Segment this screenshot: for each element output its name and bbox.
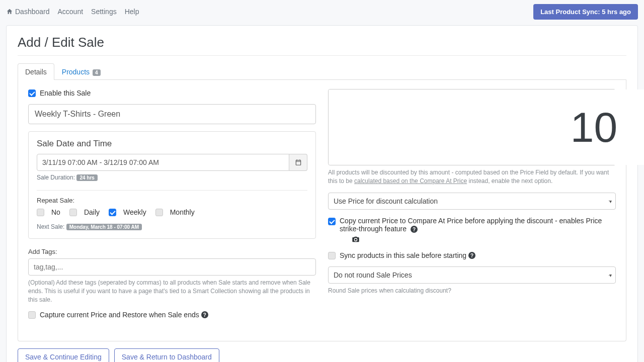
repeat-label: Repeat Sale:: [37, 197, 307, 204]
sync-products-checkbox[interactable]: [328, 252, 336, 259]
discount-hint: All products will be discounted by this …: [328, 168, 616, 186]
sale-name-input[interactable]: [28, 104, 316, 124]
discount-box: %: [328, 89, 616, 165]
tab-products[interactable]: Products 4: [54, 63, 108, 80]
main-panel: Add / Edit Sale Details Products 4 Enabl…: [6, 25, 638, 362]
nav-help[interactable]: Help: [125, 8, 139, 16]
top-nav: Dashboard Account Settings Help Last Pro…: [0, 0, 644, 21]
calendar-icon: [295, 159, 302, 166]
save-return-button[interactable]: Save & Return to Dashboard: [114, 348, 219, 362]
capture-price-label: Capture current Price and Restore when S…: [40, 311, 199, 319]
camera-icon: [352, 236, 360, 243]
compare-at-link[interactable]: calculated based on the Compare At Price: [354, 177, 467, 185]
action-row: Save & Continue Editing Save & Return to…: [18, 348, 626, 362]
help-icon[interactable]: ?: [411, 226, 418, 233]
tab-details[interactable]: Details: [18, 63, 54, 80]
left-column: Enable this Sale Sale Date and Time Sale…: [28, 89, 316, 326]
duration-badge: 24 hrs: [76, 174, 97, 181]
repeat-no[interactable]: [37, 209, 44, 216]
rounding-select[interactable]: Do not round Sale Prices: [328, 266, 616, 284]
repeat-monthly[interactable]: [155, 209, 163, 216]
nav-dashboard[interactable]: Dashboard: [6, 8, 50, 16]
repeat-daily[interactable]: [69, 209, 77, 216]
date-box-title: Sale Date and Time: [37, 139, 307, 149]
tags-input[interactable]: [28, 258, 316, 276]
next-sale-badge: Monday, March 18 - 07:00 AM: [66, 224, 142, 230]
enable-sale-checkbox[interactable]: [28, 89, 36, 97]
repeat-options: No Daily Weekly Monthly: [37, 208, 307, 216]
price-basis-select[interactable]: Use Price for discount calculation: [328, 193, 616, 210]
copy-price-checkbox[interactable]: [328, 218, 336, 225]
discount-input[interactable]: [329, 89, 644, 165]
capture-price-checkbox[interactable]: [28, 311, 36, 319]
tabs: Details Products 4: [18, 63, 626, 80]
duration-label: Sale Duration:: [37, 174, 75, 181]
nav-settings[interactable]: Settings: [91, 8, 117, 16]
tags-label: Add Tags:: [28, 248, 316, 255]
rounding-hint: Round Sale prices when calculating disco…: [328, 287, 616, 295]
date-time-box: Sale Date and Time Sale Duration: 24 hrs…: [28, 131, 316, 239]
calendar-button[interactable]: [289, 154, 307, 171]
enable-sale-label: Enable this Sale: [40, 89, 91, 97]
home-icon: [6, 8, 13, 15]
right-column: % All products will be discounted by thi…: [328, 89, 616, 326]
repeat-weekly[interactable]: [109, 209, 116, 216]
date-range-input[interactable]: [37, 154, 289, 171]
save-continue-button[interactable]: Save & Continue Editing: [18, 348, 109, 362]
copy-price-label: Copy current Price to Compare At Price b…: [340, 217, 602, 233]
help-icon[interactable]: ?: [201, 311, 208, 318]
tab-body: Enable this Sale Sale Date and Time Sale…: [18, 80, 626, 341]
tags-hint: (Optional) Add these tags (seperated by …: [28, 279, 316, 304]
page-title: Add / Edit Sale: [18, 35, 626, 50]
sync-products-label: Sync products in this sale before starti…: [340, 251, 466, 259]
tab-products-label: Products: [62, 68, 90, 76]
sync-button[interactable]: Last Product Sync: 5 hrs ago: [533, 4, 638, 20]
nav-account[interactable]: Account: [58, 8, 84, 16]
help-icon[interactable]: ?: [468, 252, 475, 259]
next-sale-label: Next Sale:: [37, 223, 64, 230]
products-count-badge: 4: [93, 69, 101, 76]
